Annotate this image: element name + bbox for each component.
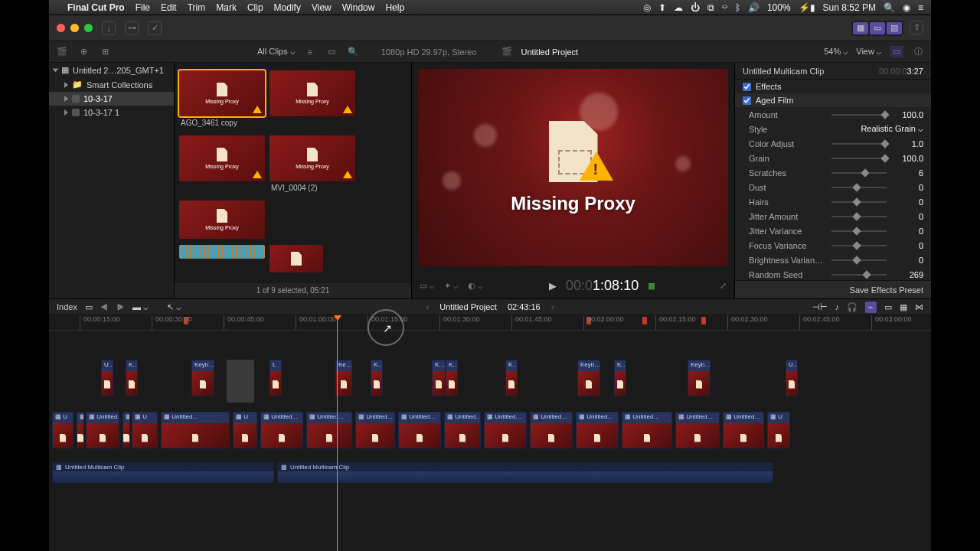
disclosure-icon[interactable] <box>64 109 68 116</box>
timeline-marker[interactable] <box>701 317 706 324</box>
audio-skim-icon[interactable]: ♪ <box>835 302 840 311</box>
storyline-clip[interactable]: ▦ U <box>52 412 74 448</box>
viewer-zoom-dropdown[interactable]: 54% ⌵ <box>824 47 848 57</box>
library-icon[interactable]: 🎬 <box>55 46 69 57</box>
storyline-clip[interactable]: ▦ U <box>132 412 158 448</box>
param-slider[interactable] <box>831 187 887 188</box>
effect-param-row[interactable]: Dust0 <box>735 180 931 194</box>
retime-dropdown[interactable]: ◐ ⌵ <box>468 281 483 291</box>
import-button[interactable]: ↓ <box>102 21 116 35</box>
connected-clip[interactable]: Ke… <box>335 360 352 396</box>
param-value[interactable]: 0 <box>893 227 923 236</box>
storyline-clip[interactable]: ▦ Untitled… <box>576 412 619 448</box>
viewer-view-dropdown[interactable]: View ⌵ <box>856 47 882 57</box>
prev-edit-button[interactable]: ‹ <box>426 302 430 311</box>
storyline-clip[interactable]: ▦ Untitled… <box>398 412 441 448</box>
param-value[interactable]: 0 <box>893 197 923 207</box>
audio-clip-thumbnail[interactable] <box>179 245 265 259</box>
menu-window[interactable]: Window <box>342 2 375 13</box>
menu-help[interactable]: Help <box>385 2 404 13</box>
effect-param-row[interactable]: Jitter Variance0 <box>735 223 931 238</box>
param-slider[interactable] <box>831 158 887 159</box>
insert-clip-icon[interactable]: ⫷ <box>100 302 109 311</box>
storyline-clip[interactable]: ▦ Untitled… <box>723 412 764 448</box>
append-clip-icon[interactable]: ⫸ <box>116 302 125 311</box>
connected-clip[interactable]: L <box>270 360 282 396</box>
fullscreen-button[interactable]: ⤢ <box>720 281 727 291</box>
clip-thumbnail[interactable]: Missing Proxy AGO_3461 copy <box>179 70 265 129</box>
playhead[interactable] <box>337 315 338 551</box>
transitions-browser-icon[interactable]: ⋈ <box>915 302 923 312</box>
param-value[interactable]: 1.0 <box>893 139 923 148</box>
param-slider[interactable] <box>831 245 887 246</box>
storyline-clip[interactable]: ▦ Untitled… <box>355 412 395 448</box>
effect-param-row[interactable]: Hairs0 <box>735 194 931 209</box>
enhance-dropdown[interactable]: ✦ ⌵ <box>444 281 459 291</box>
inspector-info-tab[interactable]: ⓘ <box>911 46 925 57</box>
timeline-marker[interactable] <box>642 317 647 324</box>
param-slider[interactable] <box>831 172 887 174</box>
storyline-clip[interactable]: ▦ U <box>233 412 257 448</box>
connected-clip[interactable]: K… <box>614 360 626 396</box>
solo-icon[interactable]: 🎧 <box>847 302 858 312</box>
clip-thumbnail[interactable]: Missing Proxy <box>270 70 355 129</box>
inspector-toggle[interactable]: ▥ <box>887 22 902 34</box>
connected-clip[interactable]: K… <box>446 360 458 396</box>
status-icon[interactable]: ⧉ <box>707 2 714 13</box>
menu-file[interactable]: File <box>136 2 150 13</box>
param-value[interactable]: 6 <box>893 168 923 178</box>
sidebar-item-event-2[interactable]: 10-3-17 1 <box>49 106 174 119</box>
zoom-window-button[interactable] <box>84 24 93 32</box>
timeline[interactable]: 00:00:15:0000:00:30:0000:00:45:0000:01:0… <box>49 315 931 551</box>
param-value[interactable]: 0 <box>893 241 923 250</box>
index-button[interactable]: Index <box>57 302 77 311</box>
gap-clip[interactable] <box>227 360 254 403</box>
minimize-window-button[interactable] <box>70 24 79 32</box>
connected-clip[interactable]: U… <box>101 360 113 396</box>
search-icon[interactable]: 🔍 <box>346 46 360 57</box>
param-slider[interactable] <box>831 230 887 232</box>
volume-icon[interactable]: 🔊 <box>748 2 760 13</box>
clock[interactable]: Sun 8:52 PM <box>823 2 876 13</box>
param-slider[interactable] <box>831 201 887 203</box>
storyline-clip[interactable]: ▦ U <box>767 412 790 448</box>
view-filmstrip-icon[interactable]: ▭ <box>325 46 338 57</box>
timeline-view-icon[interactable]: ▭ <box>884 302 892 312</box>
effect-row[interactable]: Aged Film <box>735 93 931 107</box>
effects-checkbox[interactable] <box>743 83 751 91</box>
storyline-clip[interactable]: ▦ Untitled… <box>675 412 720 448</box>
clips-filter-dropdown[interactable]: All Clips ⌵ <box>257 47 296 57</box>
select-tool-dropdown[interactable]: ↖ ⌵ <box>167 302 181 312</box>
menu-view[interactable]: View <box>312 2 332 13</box>
effect-enable-checkbox[interactable] <box>743 96 751 105</box>
param-value[interactable]: 0 <box>893 183 923 192</box>
param-value[interactable]: 100.0 <box>893 154 923 163</box>
viewer-canvas[interactable]: Missing Proxy <box>418 69 728 266</box>
storyline-clip[interactable]: ▦ Untitled… <box>484 412 527 448</box>
effect-param-row[interactable]: Grain100.0 <box>735 151 931 165</box>
clip-thumbnail[interactable]: Missing Proxy <box>179 201 265 239</box>
storyline-clip[interactable]: ▦ Untitled… <box>622 412 672 448</box>
storyline-clip[interactable]: ▦ Untitled… <box>306 412 352 448</box>
menu-trim[interactable]: Trim <box>188 2 206 13</box>
clip-thumbnail[interactable]: Missing Proxy <box>179 135 265 194</box>
effect-param-row[interactable]: Focus Variance0 <box>735 238 931 253</box>
param-value[interactable]: 100.0 <box>893 110 923 119</box>
effect-param-row[interactable]: Color Adjust1.0 <box>735 136 931 151</box>
param-value[interactable]: 0 <box>893 256 923 265</box>
param-value[interactable]: 0 <box>893 212 923 221</box>
connect-clip-icon[interactable]: ▭ <box>85 302 93 312</box>
param-value[interactable]: 269 <box>893 270 923 279</box>
keyword-button[interactable]: ⊶ <box>125 21 139 35</box>
inspector-video-tab[interactable]: ▭ <box>890 46 903 57</box>
titles-icon[interactable]: ⊞ <box>98 46 112 57</box>
background-tasks-button[interactable]: ✓ <box>148 21 162 35</box>
play-button[interactable]: ▶ <box>549 280 557 292</box>
param-slider[interactable] <box>831 216 887 217</box>
menu-modify[interactable]: Modify <box>274 2 301 13</box>
status-icon[interactable]: ⏻ <box>691 2 700 13</box>
next-edit-button[interactable]: › <box>551 302 554 311</box>
viewer-timecode[interactable]: 00:01:08:10 <box>566 277 639 294</box>
snapping-icon[interactable]: ⌁ <box>865 302 877 313</box>
connected-clip[interactable]: Keyb… <box>688 360 710 396</box>
